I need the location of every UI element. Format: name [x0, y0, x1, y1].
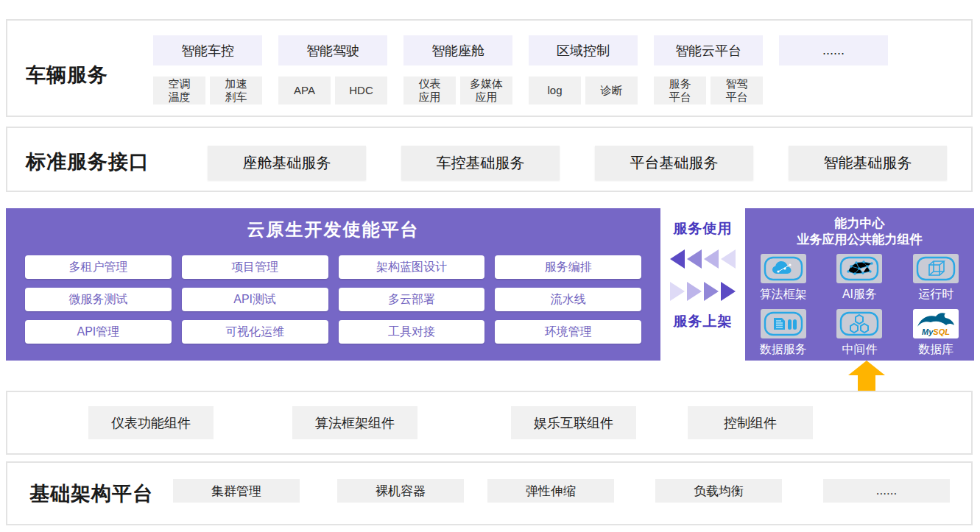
infrastructure-box: 集群管理 — [173, 479, 300, 503]
capability-tiles: 算法框架 — [745, 254, 974, 358]
infrastructure-boxes: 集群管理 裸机容器 弹性伸缩 负载均衡 ...... — [173, 479, 950, 503]
up-arrow-icon — [848, 361, 885, 391]
sub-box: 诊断 — [585, 77, 638, 104]
tile-label: 数据库 — [918, 342, 953, 358]
component-box: 算法框架组件 — [292, 406, 417, 439]
architecture-diagram: 车辆服务 智能车控 空调温度 加速刹车 智能驾驶 APA HDC 智能座舱 仪表… — [0, 0, 980, 532]
left-arrow-icon — [704, 249, 719, 269]
capability-tile: 数据服务 — [745, 309, 822, 358]
sub-box: 仪表应用 — [403, 77, 456, 104]
module-box: API管理 — [25, 320, 172, 344]
sub-box: APA — [278, 77, 331, 104]
category-box: 区域控制 — [529, 35, 638, 65]
cloud-platform-modules: 多租户管理 项目管理 架构蓝图设计 服务编排 微服务测试 API测试 多云部署 … — [6, 241, 660, 344]
category-box: 智能车控 — [153, 35, 262, 65]
interface-box: 智能基础服务 — [789, 146, 947, 180]
category-box: 智能云平台 — [654, 35, 763, 65]
sub-box: 加速刹车 — [210, 77, 262, 104]
left-arrow-icon — [687, 249, 702, 269]
interface-box: 座舱基础服务 — [208, 146, 366, 180]
mysql-logo: MySQL — [913, 309, 959, 338]
interface-box: 车控基础服务 — [401, 146, 560, 180]
vehicle-group: ...... — [779, 35, 888, 104]
vehicle-group: 智能车控 空调温度 加速刹车 — [153, 35, 262, 104]
section-standard-interfaces: 标准服务接口 座舱基础服务 车控基础服务 平台基础服务 智能基础服务 — [6, 127, 973, 192]
module-box: 流水线 — [495, 288, 641, 311]
tile-label: 算法框架 — [760, 287, 807, 302]
module-box: API测试 — [182, 288, 328, 311]
right-arrow-icon — [670, 282, 685, 301]
module-box: 服务编排 — [495, 255, 641, 279]
sub-box: 智驾平台 — [711, 77, 763, 104]
infrastructure-box: 负载均衡 — [655, 479, 782, 503]
section-infrastructure: 基础架构平台 集群管理 裸机容器 弹性伸缩 负载均衡 ...... — [6, 461, 973, 525]
hexagons-icon — [836, 309, 882, 338]
module-box: 架构蓝图设计 — [339, 255, 485, 279]
component-box: 仪表功能组件 — [88, 406, 214, 439]
category-box: 智能驾驶 — [278, 35, 387, 65]
infrastructure-box: 裸机容器 — [337, 479, 464, 503]
sub-box: 服务平台 — [654, 77, 706, 104]
capability-tile: 运行时 — [898, 254, 974, 302]
tile-label: 运行时 — [918, 287, 953, 302]
infrastructure-title: 基础架构平台 — [29, 480, 153, 507]
data-bars-icon — [761, 309, 806, 338]
service-use-label: 服务使用 — [674, 219, 733, 238]
right-arrow-icon — [704, 282, 719, 301]
service-flow-area: 服务使用 服务上架 — [660, 208, 745, 361]
infrastructure-box: 弹性伸缩 — [487, 479, 614, 503]
cube-icon — [913, 254, 959, 283]
right-arrow-icon — [687, 282, 702, 301]
module-box: 工具对接 — [339, 320, 485, 344]
component-box: 控制组件 — [688, 406, 813, 439]
module-box: 可视化运维 — [182, 320, 328, 344]
vehicle-service-groups: 智能车控 空调温度 加速刹车 智能驾驶 APA HDC 智能座舱 仪表应用 多媒… — [153, 35, 888, 104]
service-publish-arrows — [670, 281, 736, 302]
vehicle-group: 智能驾驶 APA HDC — [278, 35, 387, 104]
section-function-components: 仪表功能组件 算法框架组件 娱乐互联组件 控制组件 — [6, 391, 973, 455]
category-box: 智能座舱 — [403, 35, 512, 65]
sub-box: 空调温度 — [153, 77, 205, 104]
module-box: 项目管理 — [182, 255, 328, 279]
standard-interfaces-title: 标准服务接口 — [26, 149, 149, 175]
component-boxes: 仪表功能组件 算法框架组件 娱乐互联组件 控制组件 — [7, 392, 971, 439]
module-box: 微服务测试 — [25, 288, 172, 311]
capability-tile: AI服务 — [822, 254, 898, 302]
left-arrow-icon — [670, 249, 685, 269]
vehicle-group: 智能座舱 仪表应用 多媒体应用 — [403, 35, 512, 104]
cloud-icon — [761, 254, 806, 283]
category-box: ...... — [779, 35, 888, 65]
module-box: 多云部署 — [339, 288, 485, 311]
component-box: 娱乐互联组件 — [511, 406, 636, 439]
interface-box: 平台基础服务 — [595, 146, 753, 180]
tile-label: 数据服务 — [760, 342, 807, 358]
vehicle-group: 智能云平台 服务平台 智驾平台 — [654, 35, 763, 104]
module-box: 环境管理 — [495, 320, 641, 344]
cloud-platform-title: 云原生开发使能平台 — [6, 208, 660, 241]
infrastructure-box: ...... — [823, 479, 950, 503]
sub-box: log — [529, 77, 581, 104]
capability-center-title: 能力中心 — [745, 216, 974, 232]
svg-text:MySQL: MySQL — [922, 327, 950, 336]
tile-label: AI服务 — [842, 287, 877, 302]
capability-tile: MySQL 数据库 — [898, 309, 974, 358]
capability-tile: 算法框架 — [745, 254, 822, 302]
right-arrow-icon — [721, 282, 736, 301]
left-arrow-icon — [721, 249, 736, 269]
sub-box: HDC — [335, 77, 387, 104]
interface-boxes: 座舱基础服务 车控基础服务 平台基础服务 智能基础服务 — [208, 146, 947, 180]
section-vehicle-services: 车辆服务 智能车控 空调温度 加速刹车 智能驾驶 APA HDC 智能座舱 仪表… — [6, 19, 973, 117]
mysql-logo-text: My — [922, 327, 934, 336]
service-publish-label: 服务上架 — [674, 312, 733, 331]
neural-network-icon — [836, 254, 882, 283]
capability-center-subtitle: 业务应用公共能力组件 — [745, 232, 974, 248]
module-box: 多租户管理 — [25, 255, 172, 279]
vehicle-services-title: 车辆服务 — [26, 62, 108, 88]
service-use-arrows — [670, 249, 736, 269]
sub-box: 多媒体应用 — [460, 77, 512, 104]
tile-label: 中间件 — [842, 342, 877, 358]
vehicle-group: 区域控制 log 诊断 — [529, 35, 638, 104]
panel-cloud-platform: 云原生开发使能平台 多租户管理 项目管理 架构蓝图设计 服务编排 微服务测试 A… — [6, 208, 660, 361]
capability-tile: 中间件 — [822, 309, 898, 358]
panel-capability-center: 能力中心 业务应用公共能力组件 算法框架 — [745, 208, 974, 361]
